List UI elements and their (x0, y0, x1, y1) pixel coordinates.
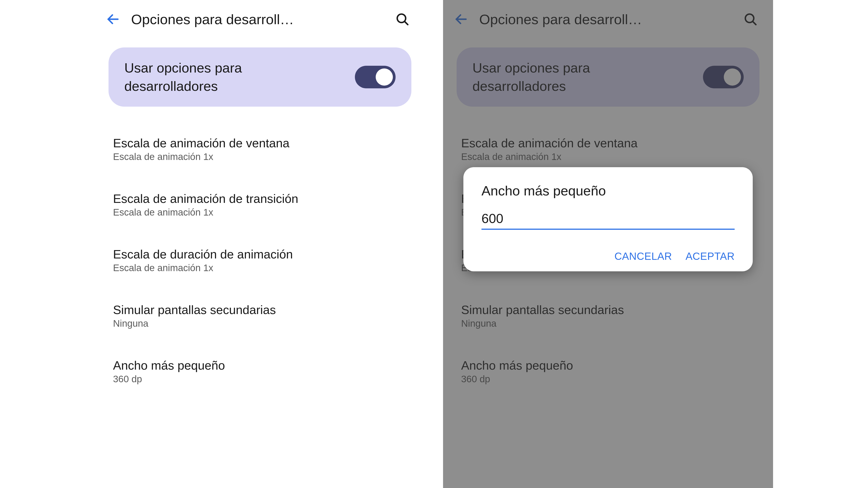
search-icon[interactable] (737, 6, 764, 33)
setting-smallest-width[interactable]: Ancho más pequeño 360 dp (108, 349, 411, 394)
setting-title: Ancho más pequeño (113, 358, 407, 372)
setting-title: Simular pantallas secundarias (461, 303, 755, 317)
setting-transition-animation-scale[interactable]: Escala de animación de transición Escala… (108, 183, 411, 227)
cancel-button[interactable]: CANCELAR (614, 250, 672, 262)
setting-title: Simular pantallas secundarias (113, 303, 407, 317)
toggle-switch-on[interactable] (355, 66, 396, 88)
setting-title: Escala de duración de animación (113, 247, 407, 261)
setting-animator-duration-scale[interactable]: Escala de duración de animación Escala d… (108, 238, 411, 283)
settings-content: Usar opciones para desarrolladores Escal… (95, 38, 425, 394)
page-title: Opciones para desarroll… (477, 11, 735, 27)
screenshot-right: Opciones para desarroll… Usar opciones p… (443, 0, 773, 488)
developer-options-master-toggle[interactable]: Usar opciones para desarrolladores (457, 47, 760, 107)
setting-subtitle: Escala de animación 1x (113, 263, 407, 273)
page-title: Opciones para desarroll… (129, 11, 386, 27)
switch-knob (376, 68, 393, 86)
setting-title: Escala de animación de ventana (113, 136, 407, 150)
accept-button[interactable]: ACEPTAR (686, 250, 735, 262)
back-arrow-icon[interactable] (99, 6, 127, 33)
dialog-actions: CANCELAR ACEPTAR (482, 250, 735, 262)
screenshot-divider (425, 0, 443, 488)
master-toggle-label: Usar opciones para desarrolladores (124, 59, 328, 95)
setting-title: Escala de animación de ventana (461, 136, 755, 150)
svg-line-2 (405, 22, 408, 25)
screenshot-left: Opciones para desarroll… Usar opciones p… (95, 0, 425, 488)
setting-subtitle: Escala de animación 1x (113, 207, 407, 218)
smallest-width-input[interactable] (482, 210, 735, 230)
setting-smallest-width[interactable]: Ancho más pequeño 360 dp (457, 349, 760, 394)
app-bar: Opciones para desarroll… (443, 0, 773, 38)
toggle-switch-on[interactable] (703, 66, 744, 88)
developer-options-master-toggle[interactable]: Usar opciones para desarrolladores (108, 47, 411, 107)
setting-subtitle: Ninguna (113, 318, 407, 329)
setting-title: Ancho más pequeño (461, 358, 755, 372)
svg-line-5 (753, 22, 756, 25)
master-toggle-label: Usar opciones para desarrolladores (472, 59, 676, 95)
setting-title: Escala de animación de transición (113, 192, 407, 205)
setting-subtitle: 360 dp (113, 374, 407, 385)
setting-subtitle: Escala de animación 1x (113, 151, 407, 162)
setting-window-animation-scale[interactable]: Escala de animación de ventana Escala de… (457, 127, 760, 171)
setting-simulate-secondary-displays[interactable]: Simular pantallas secundarias Ninguna (457, 294, 760, 338)
switch-knob (724, 68, 741, 86)
app-bar: Opciones para desarroll… (95, 0, 425, 38)
search-icon[interactable] (389, 6, 416, 33)
setting-subtitle: Ninguna (461, 318, 755, 329)
setting-subtitle: 360 dp (461, 374, 755, 385)
setting-subtitle: Escala de animación 1x (461, 151, 755, 162)
back-arrow-icon[interactable] (447, 6, 475, 33)
setting-simulate-secondary-displays[interactable]: Simular pantallas secundarias Ninguna (108, 294, 411, 338)
dialog-title: Ancho más pequeño (482, 183, 735, 199)
smallest-width-dialog: Ancho más pequeño CANCELAR ACEPTAR (463, 167, 753, 271)
setting-window-animation-scale[interactable]: Escala de animación de ventana Escala de… (108, 127, 411, 171)
